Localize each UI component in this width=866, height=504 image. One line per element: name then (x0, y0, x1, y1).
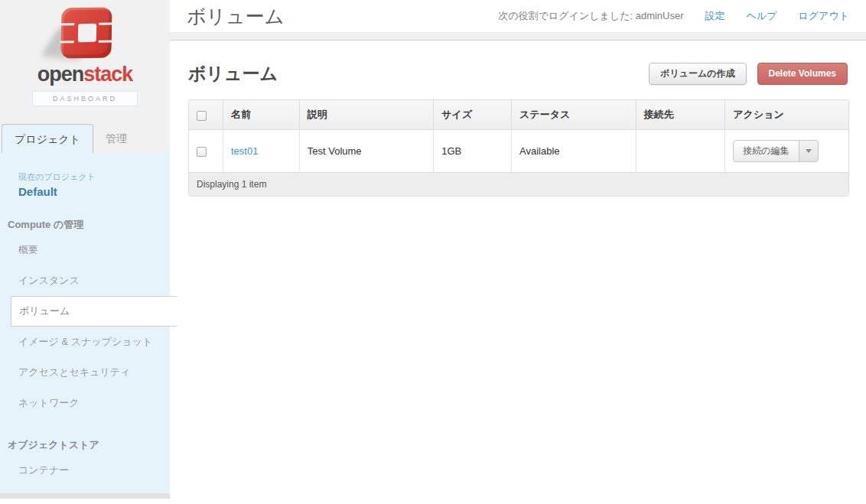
delete-volumes-button[interactable]: Delete Volumes (757, 63, 848, 85)
volume-attached-cell (636, 130, 725, 172)
column-header-actions: アクション (724, 100, 848, 130)
sidebar-item-images-snapshots[interactable]: イメージ & スナップショット (0, 327, 170, 357)
column-header-name: 名前 (223, 100, 299, 130)
sidebar-bottom-strip (0, 493, 170, 499)
logout-link[interactable]: ログアウト (798, 9, 849, 23)
volumes-table: 名前 説明 サイズ ステータス 接続先 アクション test01 Test Vo… (188, 99, 849, 197)
sidebar-item-containers[interactable]: コンテナー (0, 455, 170, 486)
help-link[interactable]: ヘルプ (747, 9, 777, 23)
sidebar-item-overview[interactable]: 概要 (0, 235, 170, 265)
page-header-divider (170, 32, 866, 41)
sidebar-tab-admin[interactable]: 管理 (93, 124, 139, 153)
settings-link[interactable]: 設定 (705, 9, 725, 23)
nav-section-object-store: オブジェクトストア (0, 438, 170, 452)
current-project-label: 現在のプロジェクト (18, 171, 170, 183)
volume-status-cell: Available (511, 130, 636, 172)
table-footer-row: Displaying 1 item (189, 172, 848, 196)
openstack-logo[interactable]: openstack DASHBOARD (0, 0, 170, 106)
openstack-wordmark: openstack (0, 64, 170, 85)
sidebar-item-networks[interactable]: ネットワーク (0, 388, 170, 418)
current-project-name[interactable]: Default (18, 185, 170, 198)
sidebar: openstack DASHBOARD プロジェクト 管理 現在のプロジェクト … (0, 0, 170, 499)
sidebar-item-access-security[interactable]: アクセスとセキュリティ (0, 357, 170, 388)
row-checkbox[interactable] (197, 147, 207, 157)
login-status: 次の役割でログインしました: adminUser (498, 9, 683, 23)
column-header-status: ステータス (511, 100, 636, 130)
volume-size-cell: 1GB (433, 130, 511, 172)
openstack-cube-icon (57, 8, 113, 63)
column-header-description: 説明 (299, 100, 434, 130)
volume-description-cell: Test Volume (299, 130, 434, 172)
sidebar-panel: 現在のプロジェクト Default Compute の管理 概要 インスタンス … (0, 153, 170, 493)
sidebar-item-instances[interactable]: インスタンス (0, 265, 170, 296)
edit-attachments-button[interactable]: 接続の編集 (733, 140, 799, 162)
table-footer: Displaying 1 item (189, 172, 848, 196)
column-header-attached-to: 接続先 (636, 100, 725, 130)
volume-name-link[interactable]: test01 (231, 145, 258, 157)
actions-dropdown-button[interactable] (799, 140, 819, 162)
create-volume-button[interactable]: ボリュームの作成 (649, 63, 746, 85)
table-row: test01 Test Volume 1GB Available 接続の編集 (189, 130, 848, 172)
sidebar-tabs: プロジェクト 管理 (2, 124, 139, 153)
table-header-row: 名前 説明 サイズ ステータス 接続先 アクション (189, 100, 848, 130)
nav-section-compute: Compute の管理 (0, 218, 170, 232)
column-header-size: サイズ (433, 100, 511, 130)
content-heading: ボリューム (188, 62, 278, 86)
row-actions: 接続の編集 (733, 140, 818, 162)
caret-down-icon (806, 149, 812, 153)
select-all-checkbox[interactable] (197, 111, 207, 121)
dashboard-badge: DASHBOARD (32, 91, 138, 106)
sidebar-item-volumes[interactable]: ボリューム (11, 296, 177, 327)
main-content: ボリューム 次の役割でログインしました: adminUser 設定 ヘルプ ログ… (170, 0, 866, 215)
topbar: ボリューム 次の役割でログインしました: adminUser 設定 ヘルプ ログ… (170, 0, 866, 32)
sidebar-tab-project[interactable]: プロジェクト (2, 124, 93, 153)
page-title: ボリューム (187, 4, 284, 29)
